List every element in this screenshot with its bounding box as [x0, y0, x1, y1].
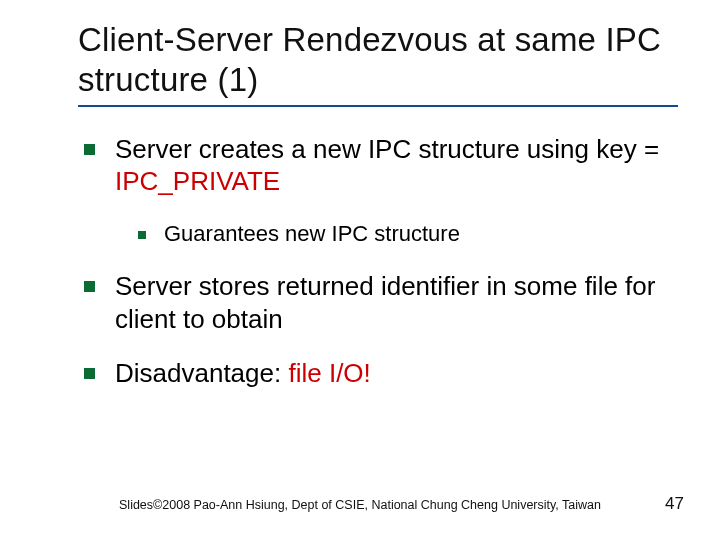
bullet-text: Disadvantage: file I/O!: [115, 357, 371, 390]
text-segment: Server creates a new IPC structure using…: [115, 134, 659, 164]
slide: Client-Server Rendezvous at same IPC str…: [0, 0, 720, 540]
square-bullet-icon: [84, 368, 95, 379]
text-highlight: file I/O!: [288, 358, 370, 388]
slide-title: Client-Server Rendezvous at same IPC str…: [78, 20, 672, 101]
bullet-item: Server stores returned identifier in som…: [78, 270, 672, 335]
sub-bullet-text: Guarantees new IPC structure: [164, 220, 460, 249]
bullet-item: Disadvantage: file I/O!: [78, 357, 672, 390]
square-bullet-icon: [138, 231, 146, 239]
sub-bullet-item: Guarantees new IPC structure: [78, 220, 672, 249]
page-number: 47: [665, 494, 684, 514]
text-segment: Disadvantage:: [115, 358, 288, 388]
bullet-text: Server stores returned identifier in som…: [115, 270, 672, 335]
slide-footer: Slides©2008 Pao-Ann Hsiung, Dept of CSIE…: [0, 498, 720, 512]
title-underline: [78, 105, 678, 107]
bullet-text: Server creates a new IPC structure using…: [115, 133, 672, 198]
text-highlight: IPC_PRIVATE: [115, 166, 280, 196]
bullet-item: Server creates a new IPC structure using…: [78, 133, 672, 198]
square-bullet-icon: [84, 144, 95, 155]
square-bullet-icon: [84, 281, 95, 292]
